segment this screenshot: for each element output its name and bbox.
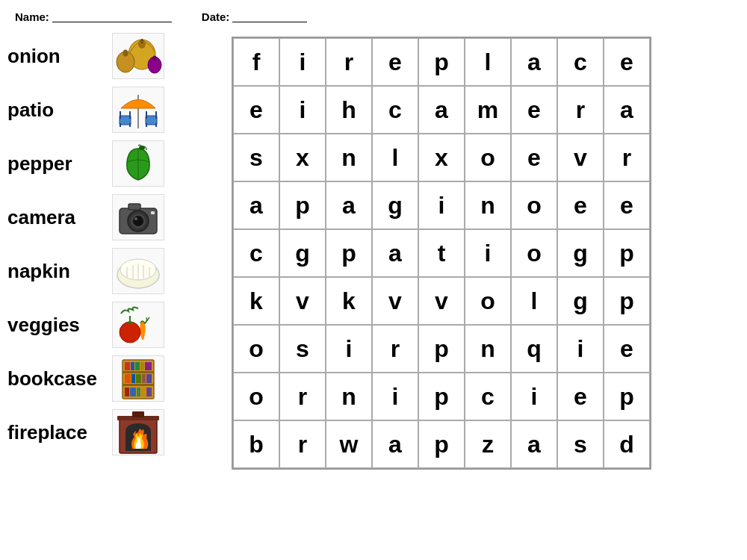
date-field: Date: (202, 10, 308, 23)
grid-cell[interactable]: e (604, 181, 650, 229)
grid-cell[interactable]: v (372, 277, 418, 325)
grid-cell[interactable]: n (326, 134, 372, 181)
grid-cell[interactable]: e (604, 38, 650, 86)
grid-cell[interactable]: v (418, 277, 465, 325)
grid-cell[interactable]: w (326, 420, 372, 468)
svg-rect-35 (123, 371, 154, 373)
grid-cell[interactable]: a (604, 86, 650, 134)
grid-cell[interactable]: a (511, 38, 557, 86)
grid-cell[interactable]: i (465, 229, 511, 277)
grid-cell[interactable]: p (418, 38, 465, 86)
grid-cell[interactable]: x (279, 134, 326, 181)
grid-cell[interactable]: e (511, 86, 557, 134)
grid-cell[interactable]: e (557, 181, 604, 229)
grid-cell[interactable]: t (418, 229, 465, 277)
svg-rect-17 (155, 123, 157, 127)
grid-cell[interactable]: k (326, 277, 372, 325)
grid-cell[interactable]: a (418, 86, 465, 134)
svg-rect-15 (155, 111, 157, 119)
grid-cell[interactable]: e (372, 38, 418, 86)
grid-cell[interactable]: i (372, 373, 418, 420)
grid-cell[interactable]: a (372, 420, 418, 468)
svg-point-24 (134, 217, 137, 220)
grid-cell[interactable]: c (233, 229, 279, 277)
grid-cell[interactable]: l (372, 134, 418, 181)
grid-cell[interactable]: c (372, 86, 418, 134)
grid-cell[interactable]: r (557, 86, 604, 134)
word-search-grid: fireplaceeihcamerasxnlxoevrapaginoeecgpa… (232, 37, 651, 470)
date-input-line[interactable] (232, 12, 307, 22)
grid-cell[interactable]: e (557, 373, 604, 420)
grid-cell[interactable]: i (511, 373, 557, 420)
svg-rect-12 (129, 123, 131, 127)
grid-cell[interactable]: i (557, 325, 604, 373)
grid-cell[interactable]: s (233, 134, 279, 181)
grid-cell[interactable]: b (233, 420, 279, 468)
grid-cell[interactable]: r (604, 134, 650, 181)
grid-cell[interactable]: p (604, 229, 650, 277)
grid-cell[interactable]: v (557, 134, 604, 181)
grid-cell[interactable]: g (557, 229, 604, 277)
word-image-onion (112, 33, 164, 79)
grid-cell[interactable]: c (465, 373, 511, 420)
grid-cell[interactable]: o (465, 134, 511, 181)
grid-cell[interactable]: v (279, 277, 326, 325)
grid-cell[interactable]: r (372, 325, 418, 373)
grid-cell[interactable]: r (326, 38, 372, 86)
grid-cell[interactable]: o (511, 229, 557, 277)
grid-cell[interactable]: o (511, 181, 557, 229)
grid-cell[interactable]: e (233, 86, 279, 134)
grid-cell[interactable]: l (511, 277, 557, 325)
grid-cell[interactable]: i (279, 38, 326, 86)
grid-cell[interactable]: l (465, 38, 511, 86)
grid-cell[interactable]: z (465, 420, 511, 468)
word-image-camera (112, 194, 164, 240)
grid-cell[interactable]: s (557, 420, 604, 468)
grid-cell[interactable]: a (326, 181, 372, 229)
grid-cell[interactable]: a (372, 229, 418, 277)
grid-cell[interactable]: r (279, 420, 326, 468)
grid-cell[interactable]: p (418, 325, 465, 373)
word-image-fireplace (112, 409, 164, 455)
grid-cell[interactable]: x (418, 134, 465, 181)
grid-cell[interactable]: e (511, 134, 557, 181)
grid-cell[interactable]: c (557, 38, 604, 86)
grid-cell[interactable]: g (372, 181, 418, 229)
grid-cell[interactable]: p (604, 277, 650, 325)
grid-cell[interactable]: g (557, 277, 604, 325)
grid-cell[interactable]: f (233, 38, 279, 86)
grid-cell[interactable]: n (465, 325, 511, 373)
grid-cell[interactable]: p (604, 373, 650, 420)
grid-cell[interactable]: i (279, 86, 326, 134)
grid-cell[interactable]: k (233, 277, 279, 325)
grid-cell[interactable]: g (279, 229, 326, 277)
grid-cell[interactable]: o (233, 325, 279, 373)
grid-cell[interactable]: m (465, 86, 511, 134)
svg-rect-36 (123, 384, 154, 386)
name-input-line[interactable] (52, 12, 172, 22)
onion-icon (114, 34, 163, 78)
grid-cell[interactable]: n (326, 373, 372, 420)
grid-cell[interactable]: r (279, 373, 326, 420)
grid-cell[interactable]: h (326, 86, 372, 134)
grid-cell[interactable]: p (418, 373, 465, 420)
grid-cell[interactable]: p (418, 420, 465, 468)
svg-rect-13 (146, 116, 157, 125)
grid-cell[interactable]: p (326, 229, 372, 277)
grid-cell[interactable]: d (604, 420, 650, 468)
grid-cell[interactable]: i (326, 325, 372, 373)
svg-rect-54 (132, 411, 144, 417)
grid-cell[interactable]: q (511, 325, 557, 373)
grid-cell[interactable]: n (465, 181, 511, 229)
grid-cell[interactable]: a (511, 420, 557, 468)
grid-cell[interactable]: a (233, 181, 279, 229)
grid-cell[interactable]: s (279, 325, 326, 373)
fireplace-icon (114, 410, 163, 455)
grid-cell[interactable]: e (604, 325, 650, 373)
word-list: onion (7, 29, 217, 470)
svg-point-4 (123, 50, 128, 57)
grid-cell[interactable]: o (233, 373, 279, 420)
grid-cell[interactable]: p (279, 181, 326, 229)
grid-cell[interactable]: o (465, 277, 511, 325)
grid-cell[interactable]: i (418, 181, 465, 229)
